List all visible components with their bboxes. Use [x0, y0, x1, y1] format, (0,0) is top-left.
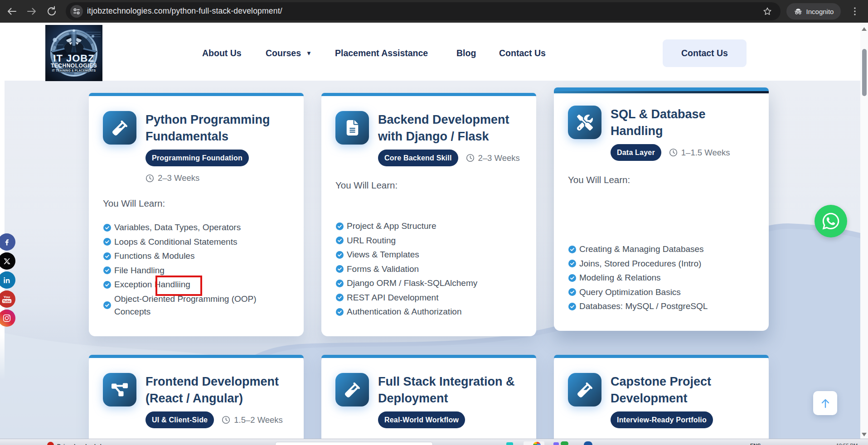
svg-text:IT TRAINING & PLACEMENTS: IT TRAINING & PLACEMENTS [52, 69, 96, 72]
svg-text:Tube: Tube [3, 299, 11, 303]
svg-text:TECHNOLOGIES: TECHNOLOGIES [51, 63, 97, 69]
